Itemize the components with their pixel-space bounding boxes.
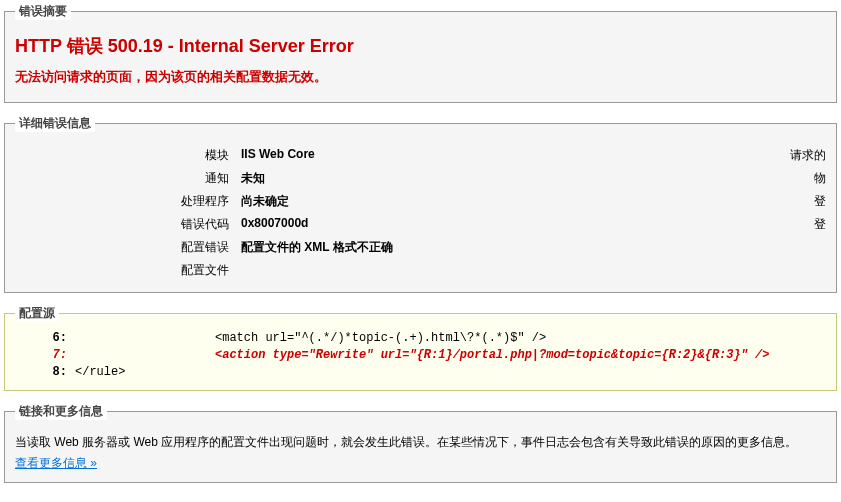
config-source-line: 7:<action type="Rewrite" url="{R:1}/port… — [15, 347, 826, 364]
config-source-block: 6:<match url="^(.*/)*topic-(.+).html\?*(… — [15, 330, 826, 380]
detail-value: IIS Web Core — [235, 144, 781, 167]
table-row: 错误代码0x8007000d登 — [15, 213, 826, 236]
detail-label: 配置文件 — [15, 259, 235, 282]
links-legend: 链接和更多信息 — [15, 403, 107, 420]
links-section: 链接和更多信息 当读取 Web 服务器或 Web 应用程序的配置文件出现问题时，… — [4, 403, 837, 483]
detail-value: 未知 — [235, 167, 781, 190]
line-code: <action type="Rewrite" url="{R:1}/portal… — [75, 347, 826, 364]
detail-value — [235, 259, 781, 282]
links-text: 当读取 Web 服务器或 Web 应用程序的配置文件出现问题时，就会发生此错误。… — [15, 434, 826, 451]
table-row: 配置错误配置文件的 XML 格式不正确 — [15, 236, 826, 259]
detail-right — [781, 259, 826, 282]
detail-right: 登 — [781, 213, 826, 236]
detail-label: 配置错误 — [15, 236, 235, 259]
table-row: 配置文件 — [15, 259, 826, 282]
error-summary-legend: 错误摘要 — [15, 3, 71, 20]
line-number: 7: — [15, 347, 75, 364]
error-detail-legend: 详细错误信息 — [15, 115, 95, 132]
detail-value: 0x8007000d — [235, 213, 781, 236]
error-detail-table: 模块IIS Web Core请求的通知未知物处理程序尚未确定登错误代码0x800… — [15, 144, 826, 282]
detail-label: 处理程序 — [15, 190, 235, 213]
detail-right: 物 — [781, 167, 826, 190]
error-title: HTTP 错误 500.19 - Internal Server Error — [15, 34, 826, 58]
table-row: 处理程序尚未确定登 — [15, 190, 826, 213]
detail-label: 通知 — [15, 167, 235, 190]
line-code: </rule> — [75, 364, 826, 381]
table-row: 通知未知物 — [15, 167, 826, 190]
detail-label: 错误代码 — [15, 213, 235, 236]
table-row: 模块IIS Web Core请求的 — [15, 144, 826, 167]
line-number: 8: — [15, 364, 75, 381]
detail-value: 配置文件的 XML 格式不正确 — [235, 236, 781, 259]
config-source-line: 8:</rule> — [15, 364, 826, 381]
detail-right: 请求的 — [781, 144, 826, 167]
more-info-link[interactable]: 查看更多信息 » — [15, 456, 97, 470]
error-description: 无法访问请求的页面，因为该页的相关配置数据无效。 — [15, 68, 826, 86]
detail-right — [781, 236, 826, 259]
config-source-line: 6:<match url="^(.*/)*topic-(.+).html\?*(… — [15, 330, 826, 347]
config-source-legend: 配置源 — [15, 305, 59, 322]
detail-label: 模块 — [15, 144, 235, 167]
line-number: 6: — [15, 330, 75, 347]
line-code: <match url="^(.*/)*topic-(.+).html\?*(.*… — [75, 330, 826, 347]
config-source-section: 配置源 6:<match url="^(.*/)*topic-(.+).html… — [4, 305, 837, 391]
error-summary-section: 错误摘要 HTTP 错误 500.19 - Internal Server Er… — [4, 3, 837, 103]
detail-value: 尚未确定 — [235, 190, 781, 213]
detail-right: 登 — [781, 190, 826, 213]
error-detail-section: 详细错误信息 模块IIS Web Core请求的通知未知物处理程序尚未确定登错误… — [4, 115, 837, 293]
